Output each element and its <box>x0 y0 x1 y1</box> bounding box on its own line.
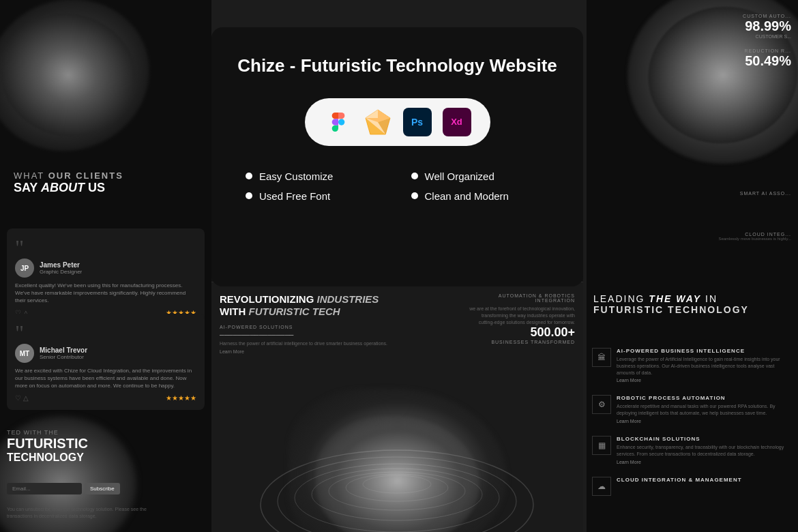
feature-content-2: ROBOTIC PROCESS AUTOMATION Accelerate re… <box>617 395 793 424</box>
testimonial-text-1: Excellent quality! We've been using this… <box>15 282 196 305</box>
feature-icon-1: 🏛 <box>592 348 611 367</box>
stat-sublabel-1: CUSTOMER S... <box>743 34 791 39</box>
stat-value-1: 98.99% <box>743 18 791 34</box>
feature-free-font: Used Free Font <box>246 190 384 202</box>
right-features-list: 🏛 AI-POWERED BUSINESS INTELLIGENCE Lever… <box>592 348 793 508</box>
right-feature-1: 🏛 AI-POWERED BUSINESS INTELLIGENCE Lever… <box>592 348 793 383</box>
svg-point-6 <box>261 450 533 532</box>
newsletter-input[interactable] <box>7 483 82 494</box>
blob-lines-svg <box>211 382 583 532</box>
right-panel: CUSTOM AUTO... 98.99% CUSTOMER S... REDU… <box>587 0 798 532</box>
bottom-blob-area: TED WITH THE FUTURISTIC TECHNOLOGY Subsc… <box>0 375 211 532</box>
ai-desc: Harness the power of artificial intellig… <box>220 340 459 347</box>
stat-item-2: REDUCTION R... 50.49% <box>743 48 791 69</box>
feature-desc-3: Enhance security, transparency, and trac… <box>617 444 793 458</box>
website-preview: Chize Home About Contact How it Works EX… <box>211 263 583 532</box>
cta-line1: TED WITH THE <box>7 429 88 436</box>
newsletter-note2: transactions in decentralized data stora… <box>7 514 97 518</box>
svg-point-9 <box>312 469 482 520</box>
avatar-1: JP <box>15 258 34 278</box>
feature-icon-4: ☁ <box>592 477 611 496</box>
feature-dot-3 <box>246 192 252 199</box>
right-stats: CUSTOM AUTO... 98.99% CUSTOMER S... REDU… <box>743 14 791 78</box>
feature-title-1: AI-POWERED BUSINESS INTELLIGENCE <box>617 348 793 354</box>
leading-line2: FUTURISTIC TECHNOLOGY <box>593 304 749 315</box>
learn-more-3[interactable]: Learn More <box>617 460 793 464</box>
xd-icon: Xd <box>443 108 471 136</box>
reviewer-info-1: James Peter Graphic Designer <box>40 261 82 275</box>
reviewer-name-2: Michael Trevor <box>40 346 87 354</box>
stat-value-2: 50.49% <box>743 53 791 69</box>
automation-label: AUTOMATION & ROBOTICS INTEGRATION <box>466 293 575 303</box>
preview-hero: REVOLUTIONIZING INDUSTRIES WITH FUTURIST… <box>211 282 583 359</box>
svg-point-12 <box>363 475 431 493</box>
learn-more-1[interactable]: Learn More <box>617 378 793 383</box>
cloud-title: CLOUD INTEG... <box>718 232 791 237</box>
cloud-integration-label: CLOUD INTEG... Seamlessly move businesse… <box>718 232 791 242</box>
right-feature-3: ▦ BLOCKCHAIN SOLUTIONS Enhance security,… <box>592 436 793 464</box>
stat-label-2: REDUCTION R... <box>743 48 791 53</box>
right-feature-4: ☁ CLOUD INTEGRATION & MANAGEMENT <box>592 477 793 496</box>
automation-desc: we are at the forefront of technological… <box>466 306 575 325</box>
photoshop-icon: Ps <box>403 108 432 136</box>
feature-label-3: Used Free Font <box>259 190 330 202</box>
center-card: Chize - Futuristic Technology Website <box>211 27 583 286</box>
ai-title: ───────────────── <box>220 331 459 338</box>
feature-desc-1: Leverage the power of Artificial Intelli… <box>617 356 793 376</box>
reviewer-name-1: James Peter <box>40 261 82 269</box>
hero-right: AUTOMATION & ROBOTICS INTEGRATION we are… <box>466 293 575 354</box>
reviewer-1: JP James Peter Graphic Designer <box>15 258 196 278</box>
feature-desc-2: Accelerate repetitive and manual tasks w… <box>617 403 793 417</box>
feature-dot-2 <box>411 173 418 179</box>
svg-point-10 <box>329 472 465 510</box>
feature-label-2: Well Organized <box>425 171 494 182</box>
sketch-icon <box>364 108 392 136</box>
stat-text: BUSINESSES TRANSFORMED <box>466 340 575 344</box>
quote-mark-2: " <box>15 322 196 344</box>
quote-mark-1: " <box>15 237 196 258</box>
bottom-cta-text: TED WITH THE FUTURISTIC TECHNOLOGY <box>7 429 88 464</box>
newsletter-note: You can unsubscribe from our technology … <box>7 507 147 512</box>
reviewer-role-1: Graphic Designer <box>40 269 82 275</box>
subscribe-button[interactable]: Subscribe <box>85 483 120 494</box>
hero-left: REVOLUTIONIZING INDUSTRIES WITH FUTURIST… <box>220 293 459 354</box>
feature-title-2: ROBOTIC PROCESS AUTOMATION <box>617 395 793 401</box>
feature-title-3: BLOCKCHAIN SOLUTIONS <box>617 436 793 442</box>
preview-blob-area <box>211 382 583 532</box>
leading-line1: LEADING THE WAY IN <box>593 293 749 304</box>
learn-more-hero[interactable]: Learn More <box>220 349 459 354</box>
newsletter-form: Subscribe <box>7 483 120 494</box>
feature-content-4: CLOUD INTEGRATION & MANAGEMENT <box>617 477 742 496</box>
smart-ai-label: SMART AI ASSO... <box>740 191 791 196</box>
feature-label-1: Easy Customize <box>259 171 333 182</box>
stat-number: 500.00+ <box>466 325 575 340</box>
feature-label-4: Clean and Modern <box>425 190 509 202</box>
feature-dot-4 <box>411 192 418 199</box>
stat-label-1: CUSTOM AUTO... <box>743 14 791 18</box>
figma-icon <box>324 108 353 136</box>
cloud-desc: Seamlessly move businesses is highly... <box>718 237 791 242</box>
feature-well-organized: Well Organized <box>411 171 550 182</box>
clients-section-heading: WHAT OUR CLIENTS SAY ABOUT US <box>14 171 123 195</box>
avatar-2: MT <box>15 344 34 363</box>
learn-more-2[interactable]: Learn More <box>617 419 793 424</box>
hero-line1: REVOLUTIONIZING INDUSTRIES <box>220 293 459 306</box>
feature-icon-3: ▦ <box>592 436 611 455</box>
feature-dot-1 <box>246 173 252 179</box>
hero-headline: REVOLUTIONIZING INDUSTRIES WITH FUTURIST… <box>220 293 459 318</box>
testimonial-1: " JP James Peter Graphic Designer Excell… <box>7 228 205 325</box>
cta-line3: TECHNOLOGY <box>7 452 88 464</box>
right-feature-2: ⚙ ROBOTIC PROCESS AUTOMATION Accelerate … <box>592 395 793 424</box>
tools-pill: Ps Xd <box>305 98 490 146</box>
say-about-text: SAY ABOUT US <box>14 181 123 195</box>
reviewer-role-2: Senior Contributor <box>40 354 87 360</box>
svg-point-7 <box>278 457 516 532</box>
feature-icon-2: ⚙ <box>592 395 611 414</box>
feature-clean-modern: Clean and Modern <box>411 190 550 202</box>
feature-content-3: BLOCKCHAIN SOLUTIONS Enhance security, t… <box>617 436 793 464</box>
what-text: WHAT OUR CLIENTS <box>14 171 123 181</box>
feature-easy-customize: Easy Customize <box>246 171 384 182</box>
feature-content-1: AI-POWERED BUSINESS INTELLIGENCE Leverag… <box>617 348 793 383</box>
cta-line2: FUTURISTIC <box>7 436 88 452</box>
left-panel: WHAT OUR CLIENTS SAY ABOUT US " JP James… <box>0 0 211 532</box>
